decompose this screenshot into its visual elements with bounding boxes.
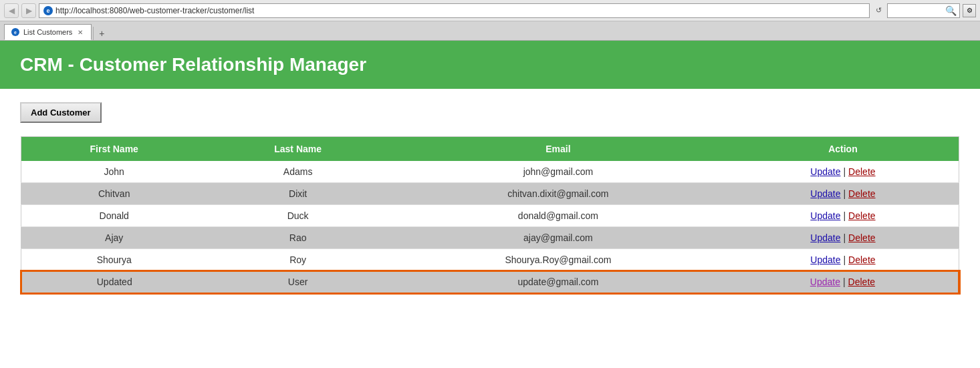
cell-first-name: Ajay <box>21 227 207 249</box>
browser-chrome: ◀ ▶ e http://localhost:8080/web-customer… <box>0 0 980 41</box>
back-button[interactable]: ◀ <box>4 3 19 18</box>
cell-first-name: Donald <box>21 205 207 227</box>
cell-action: Update | Delete <box>727 205 959 227</box>
cell-first-name: Chitvan <box>21 183 207 205</box>
customer-table: First Name Last Name Email Action JohnAd… <box>20 136 960 293</box>
action-separator: | <box>843 210 846 221</box>
cell-last-name: Adams <box>207 161 388 183</box>
table-row: DonaldDuckdonald@gmail.comUpdate | Delet… <box>21 205 959 227</box>
cell-email: update@gmail.com <box>389 271 727 293</box>
cell-first-name: Shourya <box>21 249 207 271</box>
cell-action: Update | Delete <box>727 161 959 183</box>
browser-toolbar: ◀ ▶ e http://localhost:8080/web-customer… <box>0 0 980 21</box>
col-email: Email <box>389 137 727 162</box>
table-row: ChitvanDixitchitvan.dixit@gmail.comUpdat… <box>21 183 959 205</box>
action-links: Update | Delete <box>738 166 948 177</box>
search-input[interactable] <box>890 7 944 15</box>
delete-link[interactable]: Delete <box>848 277 875 287</box>
tab-bar: e List Customers ✕ + <box>0 21 980 40</box>
update-link[interactable]: Update <box>810 254 840 265</box>
tab-favicon: e <box>11 28 19 36</box>
action-links: Update | Delete <box>738 232 948 243</box>
active-tab[interactable]: e List Customers ✕ <box>4 24 92 40</box>
tab-close-button[interactable]: ✕ <box>76 29 84 36</box>
forward-button[interactable]: ▶ <box>21 3 36 18</box>
col-last-name: Last Name <box>207 137 388 162</box>
col-action: Action <box>727 137 959 162</box>
delete-link[interactable]: Delete <box>848 232 875 243</box>
delete-link[interactable]: Delete <box>848 254 875 265</box>
refresh-button[interactable]: ↺ <box>872 5 884 17</box>
url-text: http://localhost:8080/web-customer-track… <box>55 6 254 15</box>
table-row: JohnAdamsjohn@gmail.comUpdate | Delete <box>21 161 959 183</box>
update-link[interactable]: Update <box>810 277 840 287</box>
cell-action: Update | Delete <box>727 183 959 205</box>
cell-email: chitvan.dixit@gmail.com <box>389 183 727 205</box>
new-tab-button[interactable]: + <box>95 27 108 40</box>
action-separator: | <box>843 254 846 265</box>
cell-email: Shourya.Roy@gmail.com <box>389 249 727 271</box>
update-link[interactable]: Update <box>810 232 840 243</box>
cell-last-name: Duck <box>207 205 388 227</box>
delete-link[interactable]: Delete <box>848 210 875 221</box>
page-content: CRM - Customer Relationship Manager Add … <box>0 41 980 307</box>
cell-action: Update | Delete <box>727 227 959 249</box>
delete-link[interactable]: Delete <box>848 188 875 199</box>
table-row: UpdatedUserupdate@gmail.comUpdate | Dele… <box>21 271 959 293</box>
cell-action: Update | Delete <box>727 271 959 293</box>
header-banner: CRM - Customer Relationship Manager <box>0 41 980 89</box>
delete-link[interactable]: Delete <box>848 166 875 177</box>
menu-button[interactable]: ⚙ <box>963 4 976 17</box>
action-separator: | <box>843 166 846 177</box>
update-link[interactable]: Update <box>810 188 840 199</box>
action-links: Update | Delete <box>738 210 948 221</box>
action-separator: | <box>843 188 846 199</box>
action-separator: | <box>843 232 846 243</box>
search-box[interactable]: 🔍 <box>887 3 960 18</box>
action-separator: | <box>843 277 846 287</box>
search-icon: 🔍 <box>945 5 957 16</box>
cell-action: Update | Delete <box>727 249 959 271</box>
cell-last-name: User <box>207 271 388 293</box>
action-links: Update | Delete <box>738 277 947 287</box>
cell-last-name: Dixit <box>207 183 388 205</box>
cell-email: ajay@gmail.com <box>389 227 727 249</box>
col-first-name: First Name <box>21 137 207 162</box>
cell-first-name: Updated <box>21 271 207 293</box>
cell-last-name: Rao <box>207 227 388 249</box>
table-row: AjayRaoajay@gmail.comUpdate | Delete <box>21 227 959 249</box>
cell-email: john@gmail.com <box>389 161 727 183</box>
ie-favicon: e <box>43 6 53 15</box>
table-header-row: First Name Last Name Email Action <box>21 137 959 162</box>
update-link[interactable]: Update <box>810 210 840 221</box>
action-links: Update | Delete <box>738 254 948 265</box>
action-links: Update | Delete <box>738 188 948 199</box>
cell-email: donald@gmail.com <box>389 205 727 227</box>
cell-last-name: Roy <box>207 249 388 271</box>
table-body: JohnAdamsjohn@gmail.comUpdate | DeleteCh… <box>21 161 959 293</box>
tab-title: List Customers <box>23 28 72 36</box>
content-area: Add Customer First Name Last Name Email … <box>0 89 980 307</box>
table-header: First Name Last Name Email Action <box>21 137 959 162</box>
update-link[interactable]: Update <box>810 166 840 177</box>
address-bar[interactable]: e http://localhost:8080/web-customer-tra… <box>39 3 870 18</box>
cell-first-name: John <box>21 161 207 183</box>
table-row: ShouryaRoyShourya.Roy@gmail.comUpdate | … <box>21 249 959 271</box>
page-title: CRM - Customer Relationship Manager <box>20 54 960 75</box>
add-customer-button[interactable]: Add Customer <box>20 102 102 123</box>
